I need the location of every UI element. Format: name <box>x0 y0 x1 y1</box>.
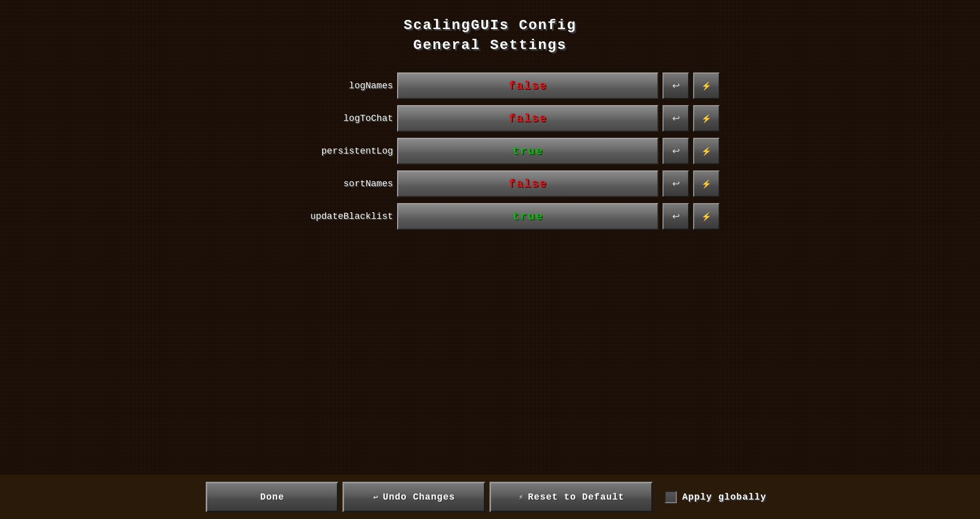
setting-row-persistentLog: persistentLogtrue↩⚡ <box>260 136 720 166</box>
setting-label-updateBlacklist: updateBlacklist <box>260 211 393 221</box>
apply-globally-container: Apply globally <box>657 491 774 503</box>
undo-icon-logToChat: ↩ <box>672 113 680 124</box>
reset-icon-logNames: ⚡ <box>701 81 712 91</box>
undo-icon-updateBlacklist: ↩ <box>672 211 680 222</box>
undo-icon-persistentLog: ↩ <box>672 145 680 157</box>
reset-label: Reset to Default <box>528 492 624 502</box>
setting-label-persistentLog: persistentLog <box>260 146 393 156</box>
apply-globally-checkbox[interactable] <box>665 491 677 503</box>
setting-label-logNames: logNames <box>260 81 393 91</box>
setting-undo-logToChat[interactable]: ↩ <box>663 105 689 132</box>
reset-icon: ⚡ <box>519 492 524 502</box>
setting-reset-logNames[interactable]: ⚡ <box>693 72 720 99</box>
setting-value-logToChat[interactable]: false <box>397 105 658 132</box>
reset-icon-persistentLog: ⚡ <box>701 146 712 156</box>
setting-row-sortNames: sortNamesfalse↩⚡ <box>260 168 720 199</box>
setting-row-logToChat: logToChatfalse↩⚡ <box>260 103 720 134</box>
reset-to-default-button[interactable]: ⚡ Reset to Default <box>489 482 653 512</box>
setting-undo-updateBlacklist[interactable]: ↩ <box>663 203 689 230</box>
setting-undo-persistentLog[interactable]: ↩ <box>663 138 689 164</box>
reset-icon-logToChat: ⚡ <box>701 114 712 123</box>
setting-reset-sortNames[interactable]: ⚡ <box>693 170 720 197</box>
undo-label: Undo Changes <box>383 492 455 502</box>
apply-globally-label: Apply globally <box>682 492 766 502</box>
page-container: ScalingGUIs Config General Settings logN… <box>0 0 980 519</box>
title-line1: ScalingGUIs Config <box>404 15 576 35</box>
done-button[interactable]: Done <box>206 482 338 512</box>
undo-icon-sortNames: ↩ <box>672 178 680 189</box>
setting-reset-logToChat[interactable]: ⚡ <box>693 105 720 132</box>
title-section: ScalingGUIs Config General Settings <box>404 15 576 55</box>
setting-reset-persistentLog[interactable]: ⚡ <box>693 138 720 164</box>
setting-undo-sortNames[interactable]: ↩ <box>663 170 689 197</box>
setting-value-updateBlacklist[interactable]: true <box>397 203 658 230</box>
setting-reset-updateBlacklist[interactable]: ⚡ <box>693 203 720 230</box>
bottom-bar: Done ↩ Undo Changes ⚡ Reset to Default A… <box>0 473 980 519</box>
setting-label-logToChat: logToChat <box>260 113 393 123</box>
setting-label-sortNames: sortNames <box>260 179 393 189</box>
title-line2: General Settings <box>404 35 576 55</box>
undo-changes-button[interactable]: ↩ Undo Changes <box>342 482 485 512</box>
setting-row-updateBlacklist: updateBlacklisttrue↩⚡ <box>260 201 720 232</box>
settings-area: logNamesfalse↩⚡logToChatfalse↩⚡persisten… <box>260 70 720 232</box>
setting-value-persistentLog[interactable]: true <box>397 138 658 164</box>
setting-value-logNames[interactable]: false <box>397 72 658 99</box>
setting-undo-logNames[interactable]: ↩ <box>663 72 689 99</box>
reset-icon-updateBlacklist: ⚡ <box>701 212 712 221</box>
setting-row-logNames: logNamesfalse↩⚡ <box>260 70 720 101</box>
undo-icon: ↩ <box>373 492 379 502</box>
setting-value-sortNames[interactable]: false <box>397 170 658 197</box>
reset-icon-sortNames: ⚡ <box>701 179 712 189</box>
undo-icon-logNames: ↩ <box>672 80 680 91</box>
